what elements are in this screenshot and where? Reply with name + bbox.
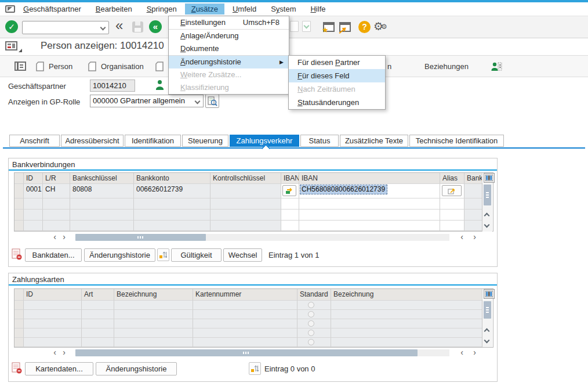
help-button[interactable]: ?	[358, 21, 371, 33]
cards-col-bezeichnung[interactable]: Bezeichnung	[114, 289, 193, 301]
cards-hscroll-track[interactable]	[75, 349, 449, 356]
partner-field-input[interactable]: 10014210	[90, 80, 135, 92]
cell[interactable]	[193, 319, 297, 328]
cards-scroll-down-icon[interactable]	[484, 338, 490, 344]
standard-radio[interactable]	[308, 320, 314, 327]
standard-radio[interactable]	[308, 302, 314, 308]
role-search-button[interactable]	[205, 94, 219, 108]
cards-hscroll-thumb[interactable]	[75, 349, 418, 356]
submenu-item-fuer-dieses-feld[interactable]: Für dieses Feld	[289, 69, 385, 82]
menu-item-aenderungshistorie[interactable]: Änderungshistorie ▶	[169, 56, 289, 68]
bank-col-bankschluessel[interactable]: Bankschlüssel	[70, 173, 134, 184]
cell[interactable]	[114, 301, 193, 310]
bank-hscroll-right-icon[interactable]: ›	[60, 233, 68, 241]
cards-vscroll-thumb[interactable]	[484, 301, 491, 319]
cards-select-all-header[interactable]	[14, 289, 24, 301]
cell[interactable]	[193, 310, 297, 319]
bank-col-alias[interactable]: Alias	[440, 173, 464, 184]
bank-hscroll-left2-icon[interactable]: ‹	[458, 233, 466, 241]
bank-hscroll-thumb[interactable]	[75, 234, 206, 241]
bank-empty-row[interactable]	[14, 198, 493, 210]
cell[interactable]	[24, 198, 43, 210]
cell[interactable]	[331, 328, 482, 338]
cell[interactable]	[24, 328, 82, 338]
cell[interactable]	[281, 221, 299, 231]
bank-aenderungshistorie-button[interactable]: Änderungshistorie	[84, 248, 155, 262]
bank-empty-row[interactable]	[14, 210, 493, 221]
bank-cell-control-key[interactable]	[210, 184, 281, 198]
cell[interactable]	[70, 198, 134, 210]
cards-col-id[interactable]: ID	[24, 289, 82, 301]
bank-empty-row[interactable]	[14, 221, 493, 231]
bank-cell-bank[interactable]	[464, 184, 482, 198]
cards-hscroll-left-icon[interactable]: ‹	[50, 349, 59, 357]
tab-anschrift[interactable]: Anschrift	[9, 135, 60, 147]
bank-horizontal-scrollbar[interactable]: ‹ › ‹ ›	[14, 233, 489, 242]
bank-col-lr[interactable]: L/R	[43, 173, 70, 184]
cell[interactable]	[331, 310, 482, 319]
cards-row-selector[interactable]	[14, 328, 24, 338]
cell[interactable]	[281, 210, 299, 221]
locator-item-person[interactable]: Person	[49, 62, 72, 71]
cell[interactable]	[193, 338, 297, 347]
cell[interactable]	[134, 198, 210, 210]
cell[interactable]	[281, 198, 299, 210]
cards-hscroll-right-icon[interactable]: ›	[60, 349, 68, 357]
menubar-item-zusaetze[interactable]: Zusätze	[185, 3, 224, 15]
menubar-item-system[interactable]: System	[264, 3, 302, 15]
bank-cell-bank-key[interactable]: 80808	[70, 184, 134, 198]
locator-item-organisation[interactable]: Organisation	[101, 62, 144, 71]
bank-col-bank[interactable]: Bank	[464, 173, 482, 184]
cards-hscroll-left2-icon[interactable]: ‹	[458, 349, 466, 357]
tab-technische-identifikation[interactable]: Technische Identifikation	[409, 135, 504, 147]
cell[interactable]	[299, 198, 440, 210]
cell[interactable]	[43, 198, 70, 210]
bank-cell-id[interactable]: 0001	[24, 184, 43, 198]
cell[interactable]	[331, 319, 482, 328]
menu-item-dokumente[interactable]: Dokumente	[169, 42, 289, 55]
tab-identifikation[interactable]: Identifikation	[125, 135, 181, 147]
cell[interactable]	[464, 198, 482, 210]
screen-layout-icon[interactable]	[5, 41, 18, 51]
cards-row-selector[interactable]	[14, 301, 24, 310]
bank-cell-country[interactable]: CH	[43, 184, 70, 198]
cell[interactable]	[82, 338, 114, 347]
cell[interactable]	[193, 301, 297, 310]
cell[interactable]	[464, 221, 482, 231]
cards-col-bezeichnung2[interactable]: Bezeichnung	[331, 289, 482, 301]
bank-col-bankkonto[interactable]: Bankkonto	[134, 173, 210, 184]
bank-cell-account[interactable]: 006626012739	[134, 184, 210, 198]
role-select-chevron-icon[interactable]	[195, 99, 201, 104]
bank-row-selector[interactable]	[14, 198, 24, 210]
menubar-item-geschaeftspartner[interactable]: Geschäftspartner	[17, 3, 88, 15]
menubar-item-umfeld[interactable]: Umfeld	[226, 3, 263, 15]
cell[interactable]	[24, 221, 43, 231]
bank-vscroll-thumb[interactable]	[484, 185, 491, 205]
cell[interactable]	[82, 319, 114, 328]
system-menu-icon[interactable]	[5, 5, 15, 13]
iban-selected-value[interactable]: CH5680808006626012739	[300, 185, 387, 194]
gueltigkeit-button[interactable]: Gültigkeit	[171, 248, 222, 262]
cell[interactable]	[134, 221, 210, 231]
cards-sort-button[interactable]	[249, 362, 261, 375]
cards-row-selector[interactable]	[14, 310, 24, 319]
cell[interactable]	[210, 198, 281, 210]
cards-empty-row[interactable]	[14, 301, 493, 310]
cards-empty-row[interactable]	[14, 310, 493, 319]
cell[interactable]	[299, 210, 440, 221]
cell[interactable]	[114, 328, 193, 338]
tab-adressuebersicht[interactable]: Adressübersicht	[61, 135, 124, 147]
menu-item-anlage-aenderung[interactable]: Anlage/Änderung	[169, 30, 289, 42]
bank-row-selector[interactable]	[14, 210, 24, 221]
cell[interactable]	[193, 328, 297, 338]
cell[interactable]	[114, 310, 193, 319]
cell[interactable]	[82, 301, 114, 310]
iban-display-button[interactable]	[282, 185, 296, 196]
bank-scroll-up-icon[interactable]	[484, 213, 490, 219]
cell[interactable]	[440, 210, 464, 221]
kartendaten-button[interactable]: Kartendaten...	[25, 362, 93, 375]
relationships-person-icon[interactable]	[491, 61, 502, 73]
tab-steuerung[interactable]: Steuerung	[182, 135, 228, 147]
bank-col-kontrollschluessel[interactable]: Kontrollschlüssel	[210, 173, 281, 184]
bank-table-config-button[interactable]	[484, 173, 495, 183]
